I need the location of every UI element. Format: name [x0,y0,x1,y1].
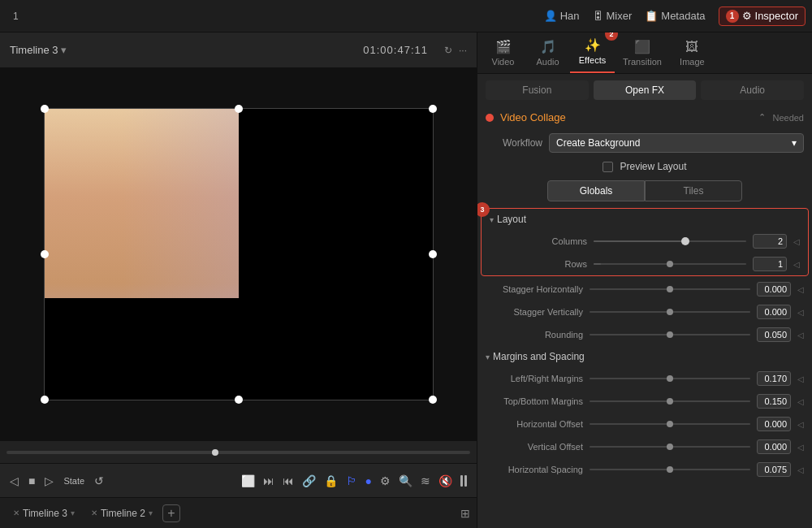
tab-image[interactable]: 🖼 Image [670,35,715,73]
stagger-h-slider[interactable] [590,288,750,290]
globals-button[interactable]: Globals [547,180,645,201]
v-offset-slider[interactable] [590,446,750,448]
preview-layout-checkbox[interactable] [603,162,613,172]
more-icon[interactable]: ··· [459,45,467,56]
stagger-h-row: Stagger Horizontally 0.000 ◁ [477,278,812,301]
sub-tab-fusion[interactable]: Fusion [486,80,589,100]
timeline-header: Timeline 3 ▾ 01:00:47:11 ↻ ··· [0,32,477,68]
pause-button[interactable] [460,475,467,487]
play-button[interactable]: ▷ [45,474,54,487]
stagger-v-value[interactable]: 0.000 [757,305,791,319]
handle-mid-left[interactable] [41,250,49,258]
handle-top-right[interactable] [429,105,437,113]
timeline-icons: ↻ ··· [444,45,467,56]
refresh-icon[interactable]: ↻ [444,45,452,56]
rounding-slider[interactable] [590,334,750,335]
scrubber-thumb[interactable] [212,449,218,456]
loop-button[interactable]: ↺ [94,474,104,487]
rows-value[interactable]: 1 [753,257,787,271]
h-offset-arrow[interactable]: ◁ [797,420,804,429]
stagger-v-slider[interactable] [590,311,750,313]
rounding-arrow[interactable]: ◁ [797,331,804,340]
lock-button[interactable]: 🔒 [324,474,338,487]
stagger-v-arrow[interactable]: ◁ [797,308,804,317]
timeline-tab-2[interactable]: ✕ Timeline 2 ▾ [84,504,159,522]
tab-transition[interactable]: ⬛ Transition [615,34,670,73]
h-offset-slider[interactable] [590,423,750,425]
stagger-h-label: Stagger Horizontally [486,284,583,294]
effect-dot[interactable] [486,114,494,122]
layout-icon[interactable]: ⊞ [460,507,470,520]
handle-top-mid[interactable] [235,105,243,113]
layout-section-header[interactable]: ▾ Layout [482,209,808,230]
fit-button[interactable]: ⬜ [241,474,255,487]
equalizer-button[interactable]: ≋ [421,474,430,487]
scrubber-bar[interactable] [6,451,470,454]
mixer-menu[interactable]: 🎛 Mixer [593,10,633,22]
han-menu[interactable]: 👤 Han [544,10,580,22]
tb-margins-slider[interactable] [590,400,750,402]
chevron-tab-2: ▾ [149,509,153,517]
h-spacing-value[interactable]: 0.075 [757,462,791,477]
lr-margins-slider[interactable] [590,378,750,379]
h-spacing-slider[interactable] [590,469,750,470]
sub-tab-openfx[interactable]: Open FX [594,80,697,100]
flag-button[interactable]: 🏳 [346,474,357,487]
tb-margins-value[interactable]: 0.150 [757,394,791,409]
handle-top-left[interactable] [41,105,49,113]
rows-slider[interactable] [594,263,746,265]
h-offset-value[interactable]: 0.000 [757,417,791,431]
lr-margins-row: Left/Right Margins 0.170 ◁ [477,367,812,390]
volume-icon[interactable]: 🔇 [438,474,452,487]
app-title: 1 [6,11,544,22]
columns-slider[interactable] [594,240,746,242]
tab-audio[interactable]: 🎵 Audio [525,34,570,73]
handle-bottom-right[interactable] [429,396,437,404]
stop-button[interactable]: ■ [28,474,35,487]
v-offset-value[interactable]: 0.000 [757,439,791,454]
inspector-menu[interactable]: 1 ⚙ Inspector [719,6,806,26]
zoom-button[interactable]: 🔍 [399,474,412,487]
rows-side-arrow[interactable]: ◁ [793,260,800,269]
color-button[interactable]: ● [365,474,372,487]
timeline-title[interactable]: Timeline 3 ▾ [10,44,67,56]
needed-label: Needed [772,113,804,123]
tiles-button[interactable]: Tiles [645,180,742,201]
tab-close-2[interactable]: ✕ [91,509,97,517]
tab-video[interactable]: 🎬 Video [481,34,525,73]
stagger-h-arrow[interactable]: ◁ [797,285,804,294]
workflow-select[interactable]: Create Background ▾ [549,133,804,153]
handle-bottom-left[interactable] [41,396,49,404]
sub-tabs: Fusion Open FX Audio [477,74,812,106]
tab-close-3[interactable]: ✕ [13,509,19,517]
skip-button[interactable]: ⏭ [263,474,274,487]
stagger-v-label: Stagger Vertically [486,307,583,317]
columns-value[interactable]: 2 [753,234,787,249]
columns-side-arrow[interactable]: ◁ [793,237,800,246]
end-button[interactable]: ⏮ [283,474,294,487]
metadata-menu[interactable]: 📋 Metadata [645,10,705,22]
timeline-tab-3[interactable]: ✕ Timeline 3 ▾ [6,504,81,522]
lr-margins-value[interactable]: 0.170 [757,371,791,386]
tabs-bar: ✕ Timeline 3 ▾ ✕ Timeline 2 ▾ + ⊞ [0,497,477,528]
link-button[interactable]: 🔗 [302,474,316,487]
preview-canvas [44,108,434,400]
handle-bottom-mid[interactable] [235,396,243,404]
rounding-value[interactable]: 0.050 [757,327,791,342]
v-offset-arrow[interactable]: ◁ [797,443,804,452]
margins-section-header[interactable]: ▾ Margins and Spacing [477,346,812,367]
h-spacing-arrow[interactable]: ◁ [797,465,804,474]
sub-tab-audio[interactable]: Audio [701,80,804,100]
stagger-h-value[interactable]: 0.000 [757,282,791,296]
add-tab-button[interactable]: + [162,504,180,522]
lr-margins-arrow[interactable]: ◁ [797,374,804,383]
settings-button[interactable]: ⚙ [380,474,391,487]
h-spacing-label: Horizontal Spacing [486,465,583,474]
handle-mid-right[interactable] [429,250,437,258]
tb-margins-arrow[interactable]: ◁ [797,397,804,406]
effect-expand[interactable]: ⌃ [758,112,766,123]
rewind-button[interactable]: ◁ [10,474,19,487]
tab-effects[interactable]: 2 ✨ Effects [570,32,615,73]
h-spacing-row: Horizontal Spacing 0.075 ◁ [477,458,812,481]
effect-name: Video Collage [500,111,566,123]
